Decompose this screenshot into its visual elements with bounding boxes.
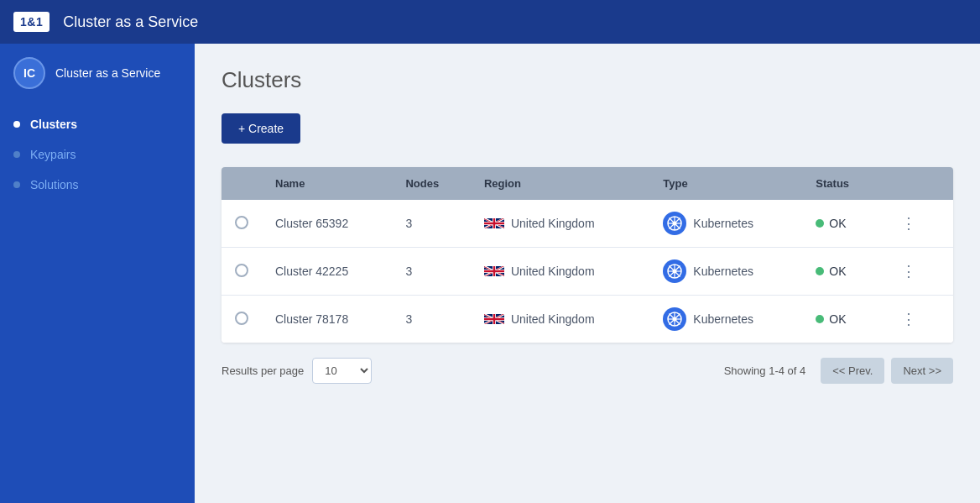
per-page-section: Results per page 10 25 50: [222, 358, 372, 384]
pagination-row: Results per page 10 25 50 Showing 1-4 of…: [222, 343, 953, 387]
row-actions-cell: ⋮: [881, 296, 953, 343]
topbar: 1&1 Cluster as a Service: [0, 0, 980, 44]
per-page-select[interactable]: 10 25 50: [312, 358, 372, 384]
status-dot: [816, 315, 824, 323]
row-radio-cell: [222, 296, 262, 343]
row-actions-button[interactable]: ⋮: [894, 212, 923, 234]
next-button[interactable]: Next >>: [891, 358, 953, 384]
content-area: Clusters + Create Name Nodes Region Type…: [195, 44, 980, 503]
per-page-label: Results per page: [222, 364, 304, 377]
row-status: OK: [802, 296, 881, 343]
row-region: United Kingdom: [471, 248, 649, 296]
status-dot: [816, 219, 824, 228]
sidebar-item-keypairs[interactable]: Keypairs: [0, 139, 195, 170]
table-body: Cluster 65392 3 United Kingdom: [222, 200, 953, 343]
table-row[interactable]: Cluster 65392 3 United Kingdom: [222, 200, 953, 248]
clusters-table: Name Nodes Region Type Status Cluster 65…: [222, 167, 953, 343]
status-text: OK: [829, 265, 846, 278]
col-nodes: Nodes: [392, 167, 471, 200]
row-region: United Kingdom: [471, 200, 649, 248]
nav-dot-clusters: [13, 121, 20, 128]
row-type: Kubernetes: [649, 248, 802, 296]
row-radio-cell: [222, 200, 262, 248]
col-status: Status: [802, 167, 881, 200]
kubernetes-icon: [663, 307, 686, 331]
status-dot: [816, 267, 824, 275]
page-title: Clusters: [222, 67, 953, 93]
prev-button[interactable]: << Prev.: [821, 358, 884, 384]
sidebar-item-solutions-label: Solutions: [30, 178, 79, 191]
col-name: Name: [262, 167, 392, 200]
pagination-controls: Showing 1-4 of 4 << Prev. Next >>: [724, 358, 953, 384]
row-name: Cluster 65392: [262, 200, 392, 248]
sidebar-item-keypairs-label: Keypairs: [30, 148, 76, 161]
status-text: OK: [829, 217, 846, 230]
status-text: OK: [829, 312, 846, 326]
clusters-table-container: Name Nodes Region Type Status Cluster 65…: [222, 167, 953, 343]
col-actions: [881, 167, 953, 200]
row-radio[interactable]: [235, 264, 248, 277]
create-button[interactable]: + Create: [222, 113, 300, 144]
sidebar-service-name: Cluster as a Service: [55, 66, 160, 80]
sidebar-item-clusters-label: Clusters: [30, 118, 77, 131]
row-region: United Kingdom: [471, 296, 649, 343]
nav-dot-keypairs: [13, 151, 20, 158]
row-status: OK: [802, 248, 881, 296]
kubernetes-icon: [663, 212, 686, 235]
svg-point-5: [673, 222, 677, 226]
row-actions-button[interactable]: ⋮: [894, 260, 923, 282]
row-nodes: 3: [392, 200, 471, 248]
svg-point-11: [673, 270, 677, 274]
sidebar-header: IC Cluster as a Service: [0, 44, 195, 102]
row-name: Cluster 78178: [262, 296, 392, 343]
region-name: United Kingdom: [511, 312, 595, 326]
uk-flag-icon: [484, 312, 504, 326]
row-actions-cell: ⋮: [881, 200, 953, 248]
row-type: Kubernetes: [649, 200, 802, 248]
row-name: Cluster 42225: [262, 248, 392, 296]
row-nodes: 3: [392, 248, 471, 296]
table-row[interactable]: Cluster 42225 3 United Kingdom: [222, 248, 953, 296]
region-name: United Kingdom: [511, 217, 595, 230]
col-radio: [222, 167, 262, 200]
type-name: Kubernetes: [693, 217, 753, 230]
sidebar-item-clusters[interactable]: Clusters: [0, 109, 195, 139]
row-actions-button[interactable]: ⋮: [894, 308, 923, 330]
table-row[interactable]: Cluster 78178 3 United Kingdom: [222, 296, 953, 343]
type-name: Kubernetes: [693, 312, 753, 326]
row-nodes: 3: [392, 296, 471, 343]
row-radio[interactable]: [235, 312, 248, 325]
svg-point-17: [673, 317, 677, 322]
col-type: Type: [649, 167, 802, 200]
row-actions-cell: ⋮: [881, 248, 953, 296]
table-header: Name Nodes Region Type Status: [222, 167, 953, 200]
logo: 1&1: [13, 12, 50, 32]
sidebar: IC Cluster as a Service Clusters Keypair…: [0, 44, 195, 503]
nav-dot-solutions: [13, 181, 20, 188]
row-radio-cell: [222, 248, 262, 296]
kubernetes-icon: [663, 259, 686, 283]
col-region: Region: [471, 167, 649, 200]
app-title: Cluster as a Service: [63, 13, 198, 31]
row-status: OK: [802, 200, 881, 248]
sidebar-nav: Clusters Keypairs Solutions: [0, 109, 195, 200]
row-radio[interactable]: [235, 216, 248, 229]
avatar: IC: [13, 57, 45, 89]
region-name: United Kingdom: [511, 265, 595, 278]
main-layout: IC Cluster as a Service Clusters Keypair…: [0, 44, 980, 503]
type-name: Kubernetes: [693, 265, 753, 278]
showing-text: Showing 1-4 of 4: [724, 364, 806, 377]
uk-flag-icon: [484, 265, 504, 278]
row-type: Kubernetes: [649, 296, 802, 343]
sidebar-item-solutions[interactable]: Solutions: [0, 170, 195, 200]
uk-flag-icon: [484, 217, 504, 230]
